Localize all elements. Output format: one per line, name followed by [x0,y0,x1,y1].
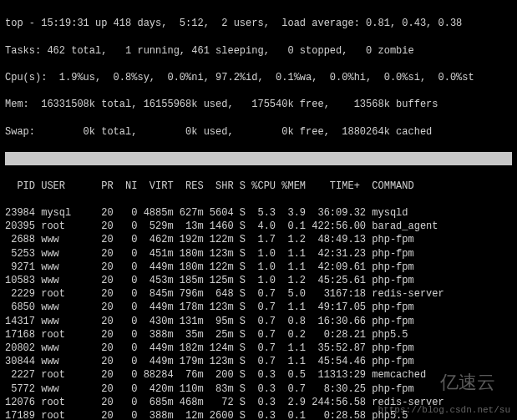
terminal-output[interactable]: top - 15:19:31 up 418 days, 5:12, 2 user… [0,0,517,420]
process-row: 23984 mysql 20 0 4885m 627m 5604 S 5.3 3… [5,206,512,220]
mem-line: Mem: 16331508k total, 16155968k used, 17… [5,98,512,111]
process-row: 9271 www 20 0 449m 180m 122m S 1.0 1.1 4… [5,261,512,274]
process-row: 17168 root 20 0 388m 35m 25m S 0.7 0.2 0… [5,328,512,342]
process-row: 2688 www 20 0 462m 192m 122m S 1.7 1.2 4… [5,233,512,246]
process-row: 30844 www 20 0 449m 179m 123m S 0.7 1.1 … [5,355,512,368]
column-headers: PID USER PR NI VIRT RES SHR S %CPU %MEM … [5,180,512,193]
process-row: 2227 root 20 0 88284 76m 200 S 0.3 0.5 1… [5,368,512,382]
process-list: 23984 mysql 20 0 4885m 627m 5604 S 5.3 3… [5,206,512,420]
tasks-line: Tasks: 462 total, 1 running, 461 sleepin… [5,44,512,58]
process-row: 5772 www 20 0 420m 110m 83m S 0.3 0.7 8:… [5,382,512,396]
process-row: 2229 root 20 0 845m 796m 648 S 0.7 5.0 3… [5,287,512,301]
process-row: 20802 www 20 0 449m 182m 124m S 0.7 1.1 … [5,342,512,355]
input-prompt-line[interactable] [5,152,512,165]
process-row: 6850 www 20 0 449m 178m 123m S 0.7 1.1 4… [5,301,512,314]
process-row: 12076 root 20 0 685m 468m 72 S 0.3 2.9 2… [5,396,512,409]
top-uptime-line: top - 15:19:31 up 418 days, 5:12, 2 user… [5,17,512,30]
process-row: 20395 root 20 0 529m 13m 1460 S 4.0 0.1 … [5,220,512,233]
process-row: 17189 root 20 0 388m 12m 2600 S 0.3 0.1 … [5,409,512,420]
swap-line: Swap: 0k total, 0k used, 0k free, 188026… [5,125,512,139]
process-row: 14317 www 20 0 430m 131m 95m S 0.7 0.8 1… [5,315,512,328]
process-row: 5253 www 20 0 451m 180m 123m S 1.0 1.1 4… [5,247,512,261]
cpu-line: Cpu(s): 1.9%us, 0.8%sy, 0.0%ni, 97.2%id,… [5,71,512,84]
process-row: 10583 www 20 0 453m 185m 125m S 1.0 1.2 … [5,274,512,287]
